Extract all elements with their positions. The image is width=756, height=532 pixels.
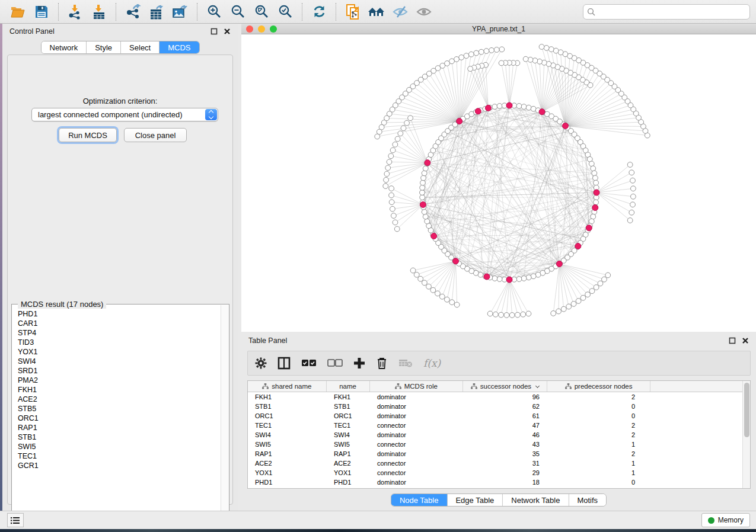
network-window-titlebar[interactable]: YPA_prune.txt_1 (241, 24, 756, 34)
cell-shared_name[interactable]: STB1 (248, 402, 327, 411)
cell-name[interactable]: STB1 (327, 402, 370, 411)
cell-mcds_role[interactable]: connector (370, 468, 464, 477)
cell-shared_name[interactable]: YOX1 (248, 468, 327, 477)
import-network-button[interactable] (63, 2, 87, 22)
cell-shared_name[interactable]: ACE2 (248, 459, 327, 468)
tab-edge-table[interactable]: Edge Table (447, 494, 503, 506)
table-scrollbar[interactable] (742, 381, 750, 488)
cell-successor_nodes[interactable]: 61 (464, 411, 548, 421)
table-row[interactable]: ORC1ORC1dominator610 (248, 411, 742, 421)
cell-successor_nodes[interactable]: 47 (464, 421, 548, 430)
cell-shared_name[interactable]: RAP1 (248, 449, 327, 459)
hide-selected-button[interactable] (388, 2, 412, 22)
tab-motifs[interactable]: Motifs (569, 494, 606, 506)
duplicate-network-button[interactable] (341, 2, 365, 22)
close-panel-icon[interactable] (224, 28, 231, 35)
cell-mcds_role[interactable]: connector (370, 440, 464, 449)
close-panel-icon[interactable] (742, 337, 749, 344)
mcds-result-item[interactable]: PHD1 (18, 309, 221, 319)
zoom-selected-button[interactable] (273, 2, 297, 22)
mcds-result-item[interactable]: STP4 (18, 328, 221, 338)
refresh-button[interactable] (307, 2, 331, 22)
cell-name[interactable]: SWI4 (327, 430, 370, 440)
table-row[interactable]: FKH1FKH1dominator962 (248, 392, 742, 402)
cell-shared_name[interactable]: SWI5 (248, 440, 327, 449)
zoom-fit-button[interactable] (250, 2, 273, 22)
cell-shared_name[interactable]: FKH1 (248, 392, 327, 402)
cell-name[interactable]: PHD1 (327, 477, 370, 487)
cell-predecessor_nodes[interactable]: 2 (548, 392, 652, 402)
cell-successor_nodes[interactable]: 35 (464, 449, 548, 459)
export-table-button[interactable] (145, 2, 168, 22)
cell-mcds_role[interactable]: dominator (370, 430, 464, 440)
table-row[interactable]: PHD1PHD1dominator180 (248, 477, 742, 487)
tab-mcds[interactable]: MCDS (160, 41, 199, 53)
cell-successor_nodes[interactable]: 46 (464, 430, 548, 440)
tab-network[interactable]: Network (41, 41, 87, 53)
deselect-all-icon[interactable] (327, 359, 343, 367)
table-row[interactable]: YOX1YOX1connector291 (248, 468, 742, 477)
task-history-button[interactable] (7, 513, 24, 527)
cell-successor_nodes[interactable]: 29 (464, 468, 548, 477)
column-header-shared-name[interactable]: shared name (248, 381, 327, 392)
select-all-icon[interactable] (301, 359, 317, 367)
export-network-button[interactable] (121, 2, 145, 22)
add-icon[interactable] (353, 357, 365, 369)
cell-name[interactable]: YOX1 (327, 468, 370, 477)
cell-successor_nodes[interactable]: 31 (464, 459, 548, 468)
mcds-result-item[interactable]: ACE2 (18, 395, 221, 404)
cell-successor_nodes[interactable]: 43 (464, 440, 548, 449)
open-file-button[interactable] (6, 2, 30, 22)
cell-successor_nodes[interactable]: 62 (464, 402, 548, 411)
cell-shared_name[interactable]: ORC1 (248, 411, 327, 421)
cell-name[interactable]: ACE2 (327, 459, 370, 468)
mcds-result-item[interactable]: SWI5 (18, 442, 221, 451)
cell-predecessor_nodes[interactable]: 0 (548, 477, 652, 487)
cell-predecessor_nodes[interactable]: 0 (548, 402, 652, 411)
table-row[interactable]: TEC1TEC1connector472 (248, 421, 742, 430)
cell-predecessor_nodes[interactable]: 0 (548, 411, 652, 421)
network-view-canvas[interactable] (241, 34, 756, 332)
tab-network-table[interactable]: Network Table (503, 494, 569, 506)
mcds-result-item[interactable]: SRD1 (18, 366, 221, 376)
cell-name[interactable]: ORC1 (327, 411, 370, 421)
memory-button[interactable]: Memory (701, 513, 750, 527)
cell-mcds_role[interactable]: dominator (370, 392, 464, 402)
cell-predecessor_nodes[interactable]: 1 (548, 440, 652, 449)
table-row[interactable]: ACE2ACE2connector311 (248, 459, 742, 468)
cell-name[interactable]: RAP1 (327, 449, 370, 459)
cell-predecessor_nodes[interactable]: 2 (548, 430, 652, 440)
column-header-successor-nodes[interactable]: successor nodes (463, 381, 547, 392)
cell-name[interactable]: SWI5 (327, 440, 370, 449)
cell-mcds_role[interactable]: dominator (370, 449, 464, 459)
mcds-result-item[interactable]: YOX1 (18, 347, 221, 357)
cell-shared_name[interactable]: TEC1 (248, 421, 327, 430)
cell-shared_name[interactable]: PHD1 (248, 477, 327, 487)
table-row[interactable]: RAP1RAP1dominator352 (248, 449, 742, 459)
first-neighbors-button[interactable] (365, 2, 388, 22)
mcds-result-item[interactable]: RAP1 (18, 423, 221, 432)
cell-successor_nodes[interactable]: 18 (464, 477, 548, 487)
mcds-result-item[interactable]: CAR1 (18, 319, 221, 328)
cell-predecessor_nodes[interactable]: 1 (548, 459, 652, 468)
table-row[interactable]: SWI5SWI5connector431 (248, 440, 742, 449)
columns-icon[interactable] (277, 357, 291, 370)
search-input[interactable] (583, 4, 750, 20)
cell-name[interactable]: FKH1 (327, 392, 370, 402)
mcds-result-item[interactable]: SWI4 (18, 357, 221, 366)
save-session-button[interactable] (30, 2, 53, 22)
cell-successor_nodes[interactable]: 96 (464, 392, 548, 402)
mcds-result-item[interactable]: FKH1 (18, 385, 221, 395)
float-panel-icon[interactable] (729, 337, 736, 344)
export-image-button[interactable] (168, 2, 192, 22)
mcds-result-item[interactable]: ORC1 (18, 414, 221, 423)
cell-mcds_role[interactable]: dominator (370, 477, 464, 487)
cell-mcds_role[interactable]: dominator (370, 411, 464, 421)
delete-icon[interactable] (376, 357, 388, 370)
tab-style[interactable]: Style (87, 41, 121, 53)
mcds-result-item[interactable]: STB5 (18, 404, 221, 414)
zoom-out-button[interactable] (226, 2, 250, 22)
mcds-result-item[interactable]: STB1 (18, 432, 221, 442)
mcds-result-list[interactable]: PHD1CAR1STP4TID3YOX1SWI4SRD1PMA2FKH1ACE2… (12, 307, 221, 521)
mcds-list-scrollbar[interactable] (221, 305, 228, 521)
